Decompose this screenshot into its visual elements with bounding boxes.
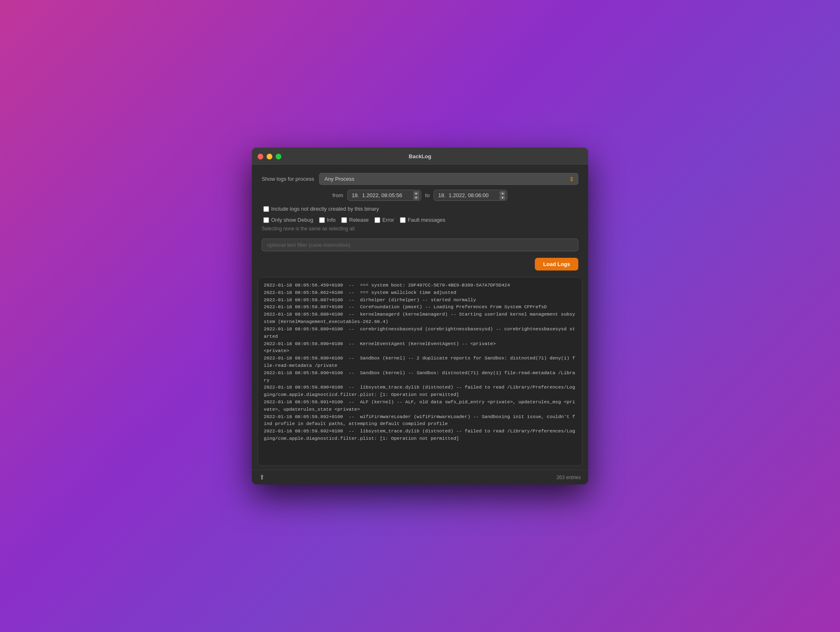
log-content: 2022-01-18 08:05:56.459+0100 -- === syst…	[258, 277, 582, 446]
hint-text: Selecting none is the same as selecting …	[262, 226, 356, 232]
from-datetime-up[interactable]: ▲	[413, 191, 419, 195]
from-label: from	[333, 192, 343, 198]
close-button[interactable]	[258, 154, 263, 159]
to-datetime-down[interactable]: ▼	[500, 196, 505, 200]
filter-section: Only show Debug Info Release Error Fault…	[262, 217, 578, 232]
info-label: Info	[327, 217, 336, 223]
process-select-wrapper: Any Process ⇕	[319, 173, 578, 185]
filter-row: Only show Debug Info Release Error Fault…	[262, 217, 578, 223]
release-checkbox[interactable]	[341, 217, 347, 223]
app-window: BackLog Show logs for process Any Proces…	[252, 148, 588, 484]
minimize-button[interactable]	[267, 154, 272, 159]
error-label: Error	[382, 217, 394, 223]
include-binary-row: Include logs not directly created by thi…	[262, 206, 578, 212]
traffic-lights	[258, 154, 281, 159]
load-logs-button[interactable]: Load Logs	[535, 258, 578, 271]
text-filter-input[interactable]	[262, 239, 578, 251]
include-binary-checkbox[interactable]	[263, 206, 269, 212]
maximize-button[interactable]	[276, 154, 281, 159]
only-debug-label: Only show Debug	[271, 217, 313, 223]
to-datetime-wrapper: ▲ ▼	[434, 190, 507, 201]
titlebar: BackLog	[252, 148, 588, 166]
only-debug-item: Only show Debug	[263, 217, 313, 223]
release-item: Release	[341, 217, 369, 223]
text-filter-row	[262, 237, 578, 252]
to-datetime-input[interactable]	[438, 192, 495, 198]
process-select[interactable]: Any Process	[319, 173, 578, 185]
from-datetime-down[interactable]: ▼	[413, 196, 419, 200]
to-datetime-stepper: ▲ ▼	[500, 191, 505, 200]
release-label: Release	[349, 217, 369, 223]
include-binary-label: Include logs not directly created by thi…	[271, 206, 379, 212]
to-label: to	[425, 192, 430, 198]
fault-checkbox[interactable]	[400, 217, 406, 223]
info-checkbox[interactable]	[319, 217, 325, 223]
load-btn-row: Load Logs	[262, 257, 578, 272]
statusbar: ⬆ 263 entries	[252, 470, 588, 484]
window-title: BackLog	[409, 153, 431, 159]
include-binary-checkbox-item: Include logs not directly created by thi…	[263, 206, 379, 212]
info-item: Info	[319, 217, 336, 223]
from-datetime-stepper: ▲ ▼	[413, 191, 419, 200]
only-debug-checkbox[interactable]	[263, 217, 269, 223]
export-icon[interactable]: ⬆	[259, 473, 265, 481]
process-row: Show logs for process Any Process ⇕	[262, 173, 578, 185]
process-label: Show logs for process	[262, 176, 314, 182]
error-checkbox[interactable]	[374, 217, 380, 223]
from-datetime-wrapper: ▲ ▼	[347, 190, 421, 201]
hint-row: Selecting none is the same as selecting …	[262, 225, 578, 232]
error-item: Error	[374, 217, 394, 223]
date-row: from ▲ ▼ to ▲ ▼	[262, 190, 578, 201]
toolbar: Show logs for process Any Process ⇕ from…	[252, 166, 588, 277]
fault-label: Fault messages	[408, 217, 445, 223]
log-area[interactable]: 2022-01-18 08:05:56.459+0100 -- === syst…	[258, 277, 582, 466]
to-datetime-up[interactable]: ▲	[500, 191, 505, 195]
fault-item: Fault messages	[400, 217, 445, 223]
from-datetime-input[interactable]	[352, 192, 409, 198]
entries-count: 263 entries	[557, 475, 581, 480]
